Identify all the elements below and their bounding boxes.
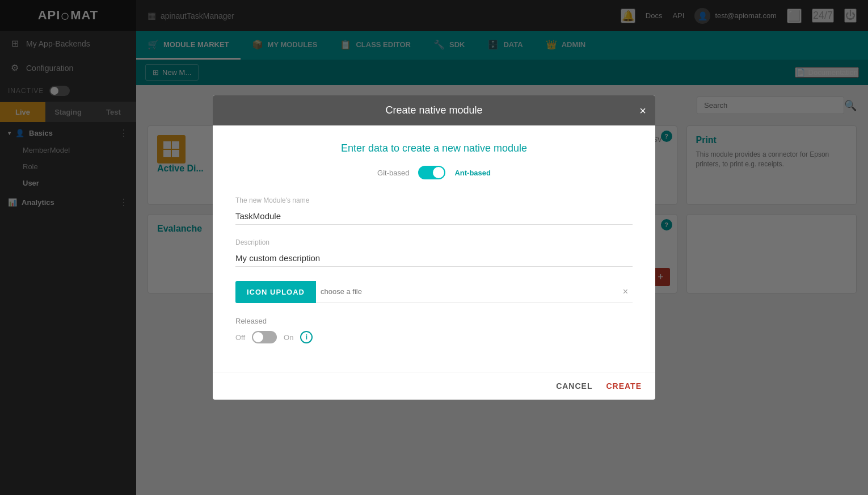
dialog-footer: CANCEL CREATE (213, 372, 655, 400)
create-button[interactable]: CREATE (606, 381, 642, 391)
build-type-toggle-row: Git-based Ant-based (235, 166, 633, 179)
icon-upload-button[interactable]: ICON UPLOAD (235, 281, 316, 303)
description-label: Description (235, 238, 633, 246)
module-name-field: The new Module's name (235, 196, 633, 225)
released-info-icon[interactable]: i (300, 331, 313, 343)
dialog-body: Enter data to create a new native module… (213, 125, 655, 372)
released-label: Released (235, 317, 633, 325)
file-input[interactable] (316, 280, 633, 303)
description-field: Description (235, 238, 633, 267)
on-label: On (284, 333, 293, 342)
toggle-thumb (433, 167, 444, 178)
git-based-label: Git-based (377, 169, 409, 177)
off-label: Off (235, 333, 245, 342)
modal-overlay: Create native module × Enter data to cre… (0, 0, 868, 495)
module-name-label: The new Module's name (235, 196, 633, 204)
icon-upload-row: ICON UPLOAD × (235, 280, 633, 303)
description-input[interactable] (235, 250, 633, 267)
module-name-input[interactable] (235, 208, 633, 225)
create-native-module-dialog: Create native module × Enter data to cre… (213, 95, 655, 400)
toggle-track (418, 166, 445, 179)
upload-clear-button[interactable]: × (618, 282, 633, 301)
ant-based-label: Ant-based (454, 169, 491, 177)
cancel-button[interactable]: CANCEL (556, 381, 592, 391)
build-type-toggle[interactable] (418, 166, 445, 179)
dialog-title: Create native module (385, 104, 482, 116)
released-toggle-thumb (253, 332, 263, 342)
released-toggle[interactable] (252, 331, 277, 343)
dialog-subtitle: Enter data to create a new native module (235, 142, 633, 154)
released-toggle-track (252, 331, 277, 343)
released-section: Released Off On i (235, 317, 633, 343)
dialog-header: Create native module × (213, 95, 655, 125)
released-toggle-row: Off On i (235, 331, 633, 343)
dialog-close-button[interactable]: × (639, 104, 646, 117)
